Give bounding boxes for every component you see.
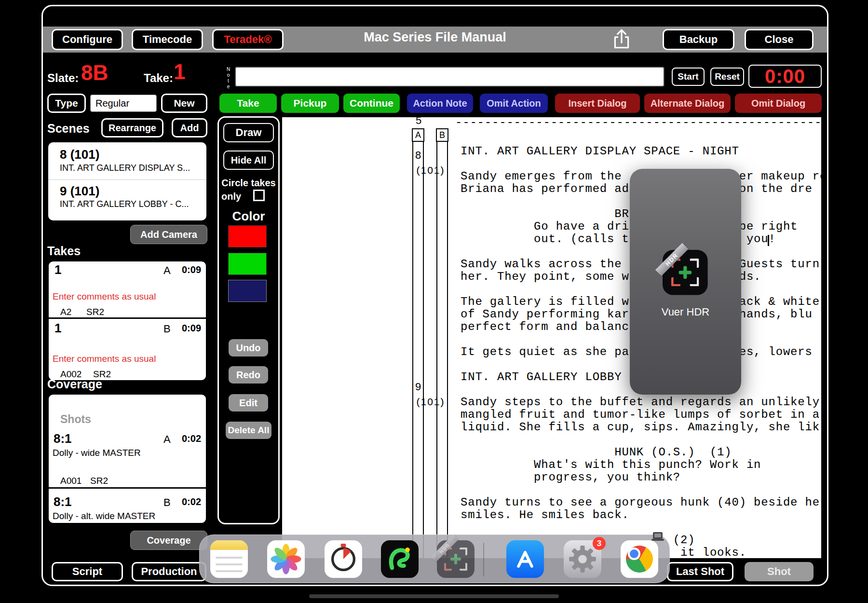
continue-button[interactable]: Continue (343, 94, 400, 113)
coverage-button[interactable]: Coverage (130, 531, 207, 550)
scene-marker-number: 8 (407, 149, 429, 162)
camera-a-column-header[interactable]: A (412, 128, 424, 142)
hide-all-button[interactable]: Hide All (223, 151, 274, 170)
circle-takes-checkbox[interactable] (253, 190, 265, 201)
take-comment: Enter comments as usual (53, 291, 156, 302)
home-indicator[interactable] (309, 594, 559, 598)
camera-b-column-header[interactable]: B (436, 128, 448, 142)
shot-desc: Dolly - alt. wide MASTER (53, 511, 155, 521)
app-store-icon (506, 540, 544, 578)
shot-button[interactable]: Shot (745, 562, 814, 581)
configure-button[interactable]: Configure (52, 29, 123, 50)
shot-time: 0:02 (182, 433, 201, 444)
share-button[interactable] (610, 28, 633, 51)
scene-desc: INT. ART GALLERY LOBBY - C... (60, 199, 189, 209)
dock-icon-chrome[interactable] (621, 540, 658, 578)
action-note-button[interactable]: Action Note (407, 94, 473, 113)
handoff-laptop-icon (651, 532, 664, 541)
edit-button[interactable]: Edit (229, 394, 268, 411)
coverage-list[interactable]: Shots 8:1 A 0:02 Dolly - wide MASTER A00… (47, 393, 207, 524)
script-tab-button[interactable]: Script (52, 562, 123, 581)
delete-all-button[interactable]: Delete All (226, 422, 271, 439)
add-camera-button[interactable]: Add Camera (130, 225, 207, 244)
dock-icon-notes[interactable] (210, 540, 248, 578)
backup-button[interactable]: Backup (663, 29, 734, 50)
teradek-button[interactable]: Teradek® (212, 29, 284, 50)
slate-value: 8B (81, 61, 108, 85)
new-button[interactable]: New (161, 94, 207, 113)
chrome-icon (621, 540, 658, 578)
type-button[interactable]: Type (47, 94, 86, 113)
slate-label: Slate: (47, 71, 79, 85)
drag-preview-app-name: Vuer HDR (630, 306, 741, 318)
dock-icon-photos[interactable] (267, 540, 305, 578)
coverage-label: Coverage (47, 377, 102, 391)
take-label: Take: (144, 71, 173, 85)
omit-dialog-button[interactable]: Omit Dialog (735, 94, 822, 113)
dock: HDR (199, 534, 670, 583)
rearrange-button[interactable]: Rearrange (101, 118, 163, 137)
take-roll: A2 (60, 307, 71, 317)
color-label: Color (217, 209, 280, 224)
shot-row[interactable]: 8:1 B 0:02 Dolly - alt. wide MASTER (49, 489, 206, 524)
scenes-list[interactable]: 8 (101) INT. ART GALLERY DISPLAY S... 9 … (47, 141, 207, 221)
shot-camera: B (163, 496, 171, 509)
color-swatch-green[interactable] (228, 253, 267, 275)
alternate-dialog-button[interactable]: Alternate Dialog (644, 94, 731, 113)
draw-button[interactable]: Draw (223, 123, 274, 142)
timecode-button[interactable]: Timecode (132, 29, 203, 50)
scene-number: 8 (101) (60, 147, 99, 162)
type-value-field[interactable]: Regular (90, 95, 157, 112)
only-label: only (221, 191, 241, 202)
reset-button[interactable]: Reset (710, 68, 744, 86)
undo-button[interactable]: Undo (229, 339, 268, 356)
script-dashed-divider: ----------------------------------------… (455, 116, 822, 129)
shot-number: 8:1 (54, 494, 72, 509)
note-input[interactable] (235, 67, 665, 87)
take-number: 1 (54, 321, 61, 336)
shot-time: 0:02 (182, 496, 201, 507)
camera-b-line (436, 142, 437, 558)
shot-sound-roll: SR2 (90, 476, 108, 486)
takes-list[interactable]: 1 A 0:09 Enter comments as usual A2 SR2 … (47, 260, 207, 382)
timer-display: 0:00 (748, 65, 822, 88)
dock-icon-timer[interactable] (325, 540, 362, 578)
production-tab-button[interactable]: Production (132, 562, 206, 581)
note-label: Note (226, 67, 231, 89)
shot-row[interactable]: 8:1 A 0:02 Dolly - wide MASTER A001 SR2 (49, 429, 206, 487)
dock-icon-draw-app[interactable] (381, 540, 419, 578)
dock-icon-app-store[interactable] (506, 540, 544, 578)
take-camera: B (163, 323, 171, 335)
color-swatch-navy[interactable] (228, 280, 267, 302)
redo-button[interactable]: Redo (229, 366, 268, 384)
dock-icon-settings[interactable]: 3 (564, 540, 601, 578)
take-comment: Enter comments as usual (53, 354, 156, 364)
take-button[interactable]: Take (219, 94, 277, 113)
take-row[interactable]: 1 A 0:09 Enter comments as usual A2 SR2 (49, 261, 206, 317)
camera-a-line (412, 142, 413, 558)
circle-takes-label: Circle takes (217, 178, 280, 189)
color-swatch-red[interactable] (228, 225, 267, 247)
scene-marker-episode: (101) (408, 164, 453, 176)
scene-list-item[interactable]: 9 (101) INT. ART GALLERY LOBBY - C... (48, 180, 206, 219)
take-row[interactable]: 1 B 0:09 Enter comments as usual A002 SR… (49, 319, 206, 381)
start-button[interactable]: Start (672, 68, 705, 86)
takes-label: Takes (47, 244, 81, 258)
scene-marker-number: 9 (407, 381, 429, 393)
insert-dialog-button[interactable]: Insert Dialog (555, 94, 640, 113)
scene-list-item[interactable]: 8 (101) INT. ART GALLERY DISPLAY S... (48, 142, 206, 180)
scene-desc: INT. ART GALLERY DISPLAY S... (60, 163, 190, 173)
camera-a-line (423, 142, 424, 558)
pickup-button[interactable]: Pickup (281, 94, 339, 113)
omit-action-button[interactable]: Omit Action (480, 94, 548, 113)
last-shot-button[interactable]: Last Shot (667, 562, 733, 581)
take-sound-roll: SR2 (86, 307, 104, 317)
ipad-screen: Mac Series File Manual Configure Timecod… (0, 0, 868, 603)
close-button[interactable]: Close (745, 29, 814, 50)
text-cursor (768, 235, 769, 246)
scene-add-button[interactable]: Add (172, 118, 207, 137)
camera-b-line (447, 142, 448, 558)
take-camera: A (163, 264, 171, 277)
dock-icon-vuer-hdr[interactable]: HDR (437, 540, 475, 578)
drag-preview[interactable]: HDR Vuer HDR (630, 169, 741, 395)
